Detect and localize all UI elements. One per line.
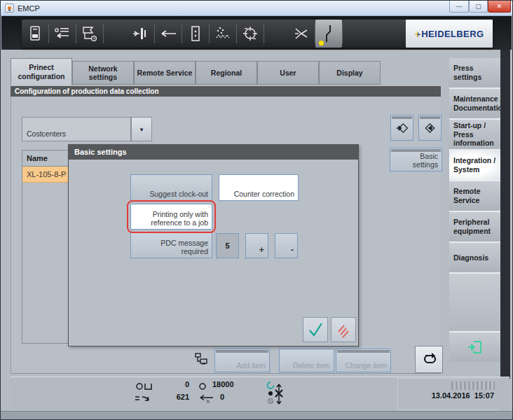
- sidebar-item-label: Remote Service: [453, 187, 498, 204]
- tab-label: Regional: [211, 69, 242, 77]
- printing-only-label: Printing only with reference to a job: [135, 210, 208, 227]
- status-date: 13.04.2016: [432, 391, 470, 400]
- register-icon[interactable]: [237, 20, 264, 48]
- logo-text: HEIDELBERG: [421, 29, 484, 39]
- suggest-clock-out-label: Suggest clock-out: [150, 190, 208, 198]
- delete-item-label: Delete item: [293, 361, 330, 370]
- tab-display[interactable]: Display: [319, 61, 381, 85]
- printing-only-button[interactable]: Printing only with reference to a job: [130, 204, 212, 230]
- dialog-title[interactable]: Basic settings: [69, 145, 358, 160]
- cancel-button[interactable]: [331, 317, 356, 342]
- tab-network-settings[interactable]: Network settings: [72, 61, 134, 85]
- heidelberg-logo: + HEIDELBERG: [406, 20, 493, 48]
- press-state-cluster-icon: [266, 380, 284, 408]
- sidebar-item-label: Press settings: [453, 64, 498, 81]
- list-transfer-icon[interactable]: [49, 20, 76, 48]
- checkmark-icon: [306, 321, 324, 339]
- sidebar: Press settings Maintenance / Documentati…: [449, 58, 500, 372]
- section-header: Configuration of production data collect…: [11, 86, 441, 97]
- basic-settings-dialog: Basic settings: [68, 144, 359, 346]
- pdc-message-required-button[interactable]: PDC message required: [130, 232, 212, 258]
- powder-spray-icon[interactable]: [210, 20, 236, 48]
- tab-label: Display: [336, 69, 362, 77]
- tab-label: Prinect configuration: [13, 63, 70, 80]
- tab-regional[interactable]: Regional: [196, 61, 257, 85]
- preset-counter-icon: [198, 382, 207, 391]
- abc-report-icon[interactable]: [22, 20, 48, 48]
- main-toolbar: + HEIDELBERG: [22, 20, 493, 48]
- activity-stripes: [451, 382, 495, 390]
- arrow-left-icon[interactable]: [155, 20, 182, 48]
- button-bar: [392, 116, 412, 119]
- diamond-out-icon: [423, 120, 437, 136]
- sidebar-item-diagnosis[interactable]: Diagnosis: [449, 243, 500, 274]
- sheet-infeed-icon[interactable]: [128, 20, 154, 48]
- button-bar: [391, 149, 441, 152]
- notification-dot: [319, 41, 324, 46]
- window-bottom-frame: [1, 411, 512, 420]
- sidebar-spacer: [449, 274, 500, 332]
- confirm-button[interactable]: [303, 317, 328, 342]
- cabinet-door-icon[interactable]: [182, 20, 209, 48]
- close-button[interactable]: ✕: [488, 1, 511, 13]
- delete-item-button[interactable]: Delete item: [279, 349, 334, 372]
- svg-text:h: h: [207, 399, 210, 404]
- crank-service-icon[interactable]: [315, 20, 342, 48]
- button-bar: [420, 116, 440, 119]
- sidebar-shadow: [500, 50, 510, 379]
- refresh-button[interactable]: [415, 346, 443, 373]
- cancel-slashes-icon: [334, 321, 353, 339]
- change-item-label: Change item: [345, 361, 387, 370]
- sidebar-item-peripheral-equipment[interactable]: Peripheral equipment: [449, 212, 500, 243]
- basic-settings-button[interactable]: Basic settings: [390, 148, 442, 172]
- air-blast-icon[interactable]: [288, 20, 315, 48]
- suggest-clock-out-button[interactable]: Suggest clock-out: [130, 174, 212, 201]
- remaining-value: 0: [210, 393, 224, 401]
- plus-icon: +: [259, 245, 264, 255]
- minimize-button[interactable]: —: [449, 1, 469, 13]
- logo-plus-icon: +: [415, 28, 421, 40]
- tab-user[interactable]: User: [257, 61, 319, 85]
- app-icon: [5, 4, 14, 13]
- basic-settings-label: Basic settings: [394, 152, 438, 169]
- sidebar-item-label: Peripheral equipment: [453, 218, 498, 235]
- diamond-in-icon: [395, 120, 409, 136]
- speed-value: 621: [161, 393, 189, 401]
- tab-label: Network settings: [74, 64, 132, 81]
- costcenters-dropdown-button[interactable]: ▾: [131, 117, 152, 141]
- exit-button[interactable]: [449, 332, 500, 362]
- emcp-window: EMCP — ▢ ✕: [0, 0, 513, 420]
- tab-label: Remote Service: [137, 69, 193, 77]
- window-title: EMCP: [18, 4, 40, 13]
- speed-icon: [134, 394, 153, 404]
- sidebar-item-label: Start-up / Press information: [453, 121, 498, 148]
- sidebar-item-startup-press-information[interactable]: Start-up / Press information: [449, 120, 500, 150]
- tab-remote-service[interactable]: Remote Service: [134, 61, 196, 85]
- sidebar-item-remote-service[interactable]: Remote Service: [449, 181, 500, 212]
- costcenter-name: XL-105-8-P: [27, 170, 66, 178]
- export-item-button[interactable]: [418, 115, 442, 141]
- titlebar: EMCP: [1, 1, 512, 16]
- counter-correction-label: Counter correction: [234, 190, 294, 198]
- increment-button[interactable]: +: [245, 233, 268, 258]
- tab-prinect-configuration[interactable]: Prinect configuration: [11, 58, 72, 85]
- preset-count-value: 18000: [212, 380, 234, 388]
- job-log-icon[interactable]: [76, 20, 103, 48]
- maximize-button[interactable]: ▢: [469, 1, 488, 13]
- sidebar-item-label: Maintenance / Documentation: [453, 94, 507, 112]
- change-item-button[interactable]: Change item: [336, 349, 391, 372]
- counter-correction-button[interactable]: Counter correction: [219, 174, 299, 201]
- costcenters-field[interactable]: Costcenters: [22, 117, 131, 141]
- maximize-icon: ▢: [475, 3, 481, 10]
- sidebar-item-integration-system[interactable]: Integration / System: [449, 150, 500, 181]
- decrement-button[interactable]: -: [275, 233, 298, 258]
- sidebar-item-maintenance-documentation[interactable]: Maintenance / Documentation: [449, 89, 500, 120]
- status-bar: 0 18000 621 h 0 13.04.2016 15:07: [11, 377, 509, 411]
- exit-door-icon: [466, 338, 484, 356]
- sidebar-item-press-settings[interactable]: Press settings: [449, 58, 500, 89]
- sidebar-item-label: Diagnosis: [453, 253, 488, 262]
- add-item-button[interactable]: Add item: [214, 349, 270, 372]
- pdc-value: 5: [225, 241, 229, 250]
- import-item-button[interactable]: [390, 115, 413, 141]
- chevron-down-icon: ▾: [140, 126, 144, 133]
